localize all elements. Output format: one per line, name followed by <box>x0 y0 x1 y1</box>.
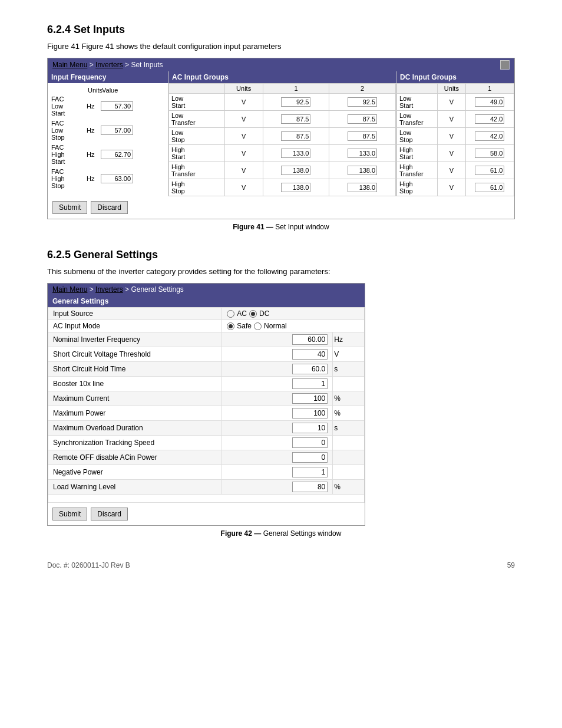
ac-low-start-1[interactable] <box>281 97 310 107</box>
section-general-settings: 6.2.5 General Settings This submenu of t… <box>47 249 515 538</box>
set-inputs-submit-button[interactable]: Submit <box>52 201 87 214</box>
fac-low-stop-input[interactable] <box>101 126 133 135</box>
table-row: Maximum Current % <box>48 391 365 406</box>
table-row: LowStart V <box>397 94 514 111</box>
table-row: HighTransfer V <box>169 162 396 179</box>
save-icon[interactable] <box>500 60 510 70</box>
short-circuit-voltage-input[interactable] <box>292 349 328 360</box>
table-row: Booster 10x line <box>48 377 365 391</box>
table-row: HighStop V <box>397 179 514 196</box>
dc-low-stop-1[interactable] <box>475 131 504 141</box>
booster-10x-line-input[interactable] <box>292 378 328 389</box>
freq-subheader: Units Value <box>51 87 164 94</box>
ac-input-mode-normal-radio[interactable] <box>254 322 262 330</box>
ac-input-section: AC Input Groups Units 1 2 LowStart <box>168 71 396 196</box>
table-row: Short Circuit Voltage Threshold V <box>48 347 365 362</box>
table-row: Input Source AC DC <box>48 308 365 320</box>
table-row: Synchronization Tracking Speed <box>48 436 365 450</box>
table-row: Maximum Power % <box>48 406 365 421</box>
gs-discard-button[interactable]: Discard <box>91 508 128 521</box>
ac-input-mode-radio: Safe Normal <box>227 322 359 330</box>
table-row: Maximum Overload Duration s <box>48 421 365 436</box>
ac-col-1: 1 <box>263 84 329 94</box>
section2-intro: This submenu of the inverter category pr… <box>47 267 515 276</box>
ac-high-start-2[interactable] <box>348 149 377 158</box>
freq-row-3: FACHighStart Hz <box>51 144 164 165</box>
input-source-ac-radio[interactable] <box>227 310 234 318</box>
ac-high-transfer-1[interactable] <box>281 166 310 175</box>
doc-number: Doc. #: 0260011-J0 Rev B <box>47 561 130 569</box>
fac-high-stop-input[interactable] <box>101 174 133 183</box>
short-circuit-hold-time-input[interactable] <box>292 364 328 374</box>
table-row: Remote OFF disable ACin Power <box>48 450 365 465</box>
table-row: LowStart V <box>169 94 396 111</box>
ac-low-stop-1[interactable] <box>281 131 310 141</box>
dc-low-transfer-1[interactable] <box>475 114 504 124</box>
remote-off-acin-power-input[interactable] <box>292 452 328 463</box>
table-row: HighStart V <box>397 145 514 162</box>
table-row: HighStop V <box>169 179 396 196</box>
max-current-input[interactable] <box>292 393 328 404</box>
ac-input-header: AC Input Groups <box>168 71 396 83</box>
section-title-general-settings: 6.2.5 General Settings <box>47 249 515 261</box>
freq-rows-container: Units Value FACLowStart Hz FACLowStop Hz <box>48 83 168 196</box>
dc-low-start-1[interactable] <box>475 97 504 107</box>
dc-high-start-1[interactable] <box>475 149 504 158</box>
page-number: 59 <box>507 561 515 569</box>
table-row: AC Input Mode Safe Normal <box>48 320 365 332</box>
ac-low-transfer-1[interactable] <box>281 114 310 124</box>
gs-section-header: General Settings <box>48 295 365 307</box>
dc-input-table: Units 1 LowStart V LowTransfer V <box>396 83 514 196</box>
set-inputs-submit-row: Submit Discard <box>48 196 514 219</box>
input-source-dc-radio[interactable] <box>249 310 257 318</box>
dc-high-stop-1[interactable] <box>475 183 504 192</box>
max-overload-duration-input[interactable] <box>292 423 328 433</box>
set-inputs-discard-button[interactable]: Discard <box>91 201 128 214</box>
set-inputs-body: Input Frequency Units Value FACLowStart … <box>48 71 514 196</box>
input-frequency-section: Input Frequency Units Value FACLowStart … <box>48 71 168 196</box>
ac-low-transfer-2[interactable] <box>348 114 377 124</box>
general-settings-window: Main Menu > Inverters > General Settings… <box>47 283 365 526</box>
gs-submit-row: Submit Discard <box>48 503 365 525</box>
freq-row-2: FACLowStop Hz <box>51 120 164 141</box>
fac-low-start-input[interactable] <box>101 101 133 111</box>
ac-high-stop-1[interactable] <box>281 183 310 192</box>
ac-low-start-2[interactable] <box>348 97 377 107</box>
freq-row-1: FACLowStart Hz <box>51 95 164 117</box>
table-row: LowTransfer V <box>397 111 514 128</box>
negative-power-input[interactable] <box>292 467 328 477</box>
load-warning-level-input[interactable] <box>292 482 328 492</box>
figure41-caption: Figure 41 — Set Input window <box>47 223 515 231</box>
figure-ref: Figure 41 <box>47 42 80 51</box>
ac-col-2: 2 <box>329 84 396 94</box>
section-title-set-inputs: 6.2.4 Set Inputs <box>47 24 515 36</box>
gs-breadcrumb: Main Menu > Inverters > General Settings <box>52 285 184 294</box>
fac-high-start-input[interactable] <box>101 150 133 159</box>
table-row: LowStop V <box>169 128 396 145</box>
ac-high-start-1[interactable] <box>281 149 310 158</box>
gs-titlebar: Main Menu > Inverters > General Settings <box>48 284 365 295</box>
figure42-caption: Figure 42 — General Settings window <box>47 529 515 538</box>
set-inputs-window: Main Menu > Inverters > Set Inputs Input… <box>47 58 515 219</box>
sync-tracking-speed-input[interactable] <box>292 437 328 448</box>
dc-input-header: DC Input Groups <box>396 71 514 83</box>
ac-high-stop-2[interactable] <box>348 183 377 192</box>
table-row: Nominal Inverter Frequency Hz <box>48 332 365 347</box>
ac-col-label <box>169 84 225 94</box>
set-inputs-breadcrumb: Main Menu > Inverters > Set Inputs <box>52 61 163 69</box>
table-row: LowStop V <box>397 128 514 145</box>
ac-high-transfer-2[interactable] <box>348 166 377 175</box>
table-row: HighStart V <box>169 145 396 162</box>
dc-col-label <box>397 84 438 94</box>
gs-settings-table: Input Source AC DC AC Input Mode <box>48 307 365 503</box>
max-power-input[interactable] <box>292 408 328 419</box>
input-freq-header: Input Frequency <box>48 71 168 83</box>
ac-input-mode-safe-radio[interactable] <box>227 322 234 330</box>
nominal-inverter-freq-input[interactable] <box>292 334 328 345</box>
ac-col-units: Units <box>224 84 263 94</box>
input-source-radio: AC DC <box>227 309 359 318</box>
ac-low-stop-2[interactable] <box>348 131 377 141</box>
gs-submit-button[interactable]: Submit <box>52 508 87 521</box>
dc-high-transfer-1[interactable] <box>475 166 504 175</box>
table-row: Load Warning Level % <box>48 480 365 495</box>
